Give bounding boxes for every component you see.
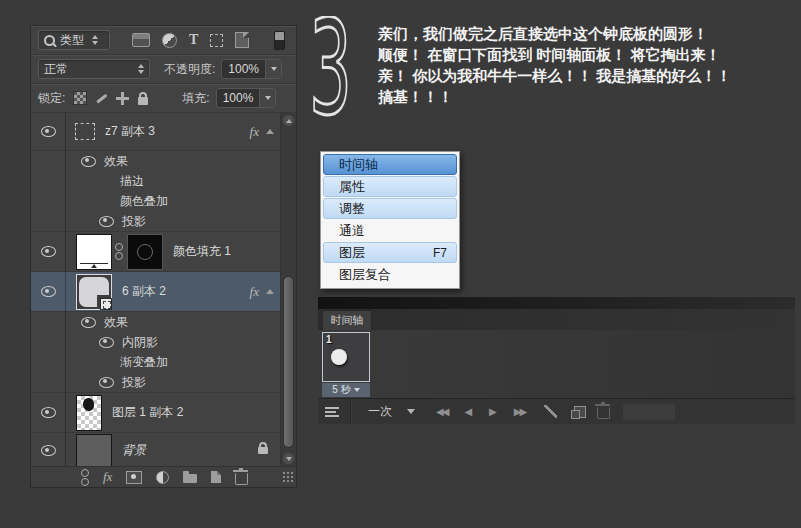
menu-item-layers[interactable]: 图层 F7 [323, 242, 457, 263]
frame-thumbnail[interactable]: 1 [322, 332, 370, 382]
loop-count-dropdown[interactable]: 一次 [368, 403, 392, 420]
add-adjustment-layer-icon[interactable] [156, 471, 169, 484]
opacity-field[interactable]: 100% [221, 59, 282, 79]
previous-frame-button[interactable]: ◀ [464, 407, 472, 417]
menu-item-adjustments[interactable]: 调整 [323, 198, 457, 219]
menu-item-channels[interactable]: 通道 [323, 220, 457, 241]
delete-frame-icon[interactable] [597, 407, 610, 419]
eye-icon[interactable] [99, 216, 114, 227]
scroll-down-button[interactable] [283, 453, 294, 464]
tab-timeline[interactable]: 时间轴 [322, 310, 372, 330]
layer-thumbnail[interactable] [76, 434, 112, 466]
blend-mode-dropdown[interactable]: 正常 [38, 59, 150, 79]
layers-scrollbar[interactable] [280, 113, 296, 466]
visibility-toggle[interactable] [31, 433, 65, 466]
effect-label: 投影 [122, 213, 146, 230]
eye-icon [41, 407, 56, 418]
duplicate-frame-icon[interactable] [574, 406, 586, 418]
first-frame-button[interactable]: ◀◀ [436, 407, 447, 417]
lock-transparent-pixels-icon[interactable] [73, 91, 87, 105]
lock-fill-row: 锁定: 填充: 100% [31, 84, 296, 113]
add-layer-mask-icon[interactable] [126, 471, 142, 484]
filter-adjustment-layers-icon[interactable] [162, 33, 177, 48]
visibility-toggle[interactable] [31, 272, 65, 311]
fill-dropdown-button[interactable] [259, 89, 275, 107]
locked-icon [258, 447, 268, 454]
menu-item-layer-comps[interactable]: 图层复合 [323, 264, 457, 285]
visibility-toggle[interactable] [31, 113, 65, 150]
add-layer-style-icon[interactable]: fx [103, 472, 112, 482]
scrollbar-thumb[interactable] [283, 276, 294, 448]
filter-type-layers-icon[interactable]: T [189, 32, 198, 48]
updown-arrows-icon [138, 64, 144, 74]
layer-row-z7-copy-3[interactable]: z7 副本 3 fx [31, 113, 296, 151]
tween-frames-icon[interactable] [544, 405, 557, 418]
menu-item-label: 图层 [339, 244, 365, 262]
effect-row-color-overlay[interactable]: 颜色叠加 [31, 191, 296, 211]
effect-row-stroke[interactable]: 描边 [31, 171, 296, 191]
play-button[interactable]: ▶ [489, 407, 497, 417]
window-menu: 时间轴 属性 调整 通道 图层 F7 图层复合 [320, 151, 460, 289]
eye-icon[interactable] [81, 317, 96, 328]
effect-row-drop-shadow[interactable]: 投影 [31, 211, 296, 231]
lock-all-icon[interactable] [138, 97, 148, 105]
fill-field[interactable]: 100% [216, 88, 277, 108]
collapse-effects-icon[interactable] [266, 129, 274, 134]
next-frame-button[interactable]: ▶▶ [514, 407, 525, 417]
layer-row-6-copy-2-selected[interactable]: 6 副本 2 fx [31, 272, 296, 312]
chevron-down-icon[interactable] [407, 409, 415, 414]
scroll-up-button[interactable] [283, 115, 294, 126]
opacity-dropdown-button[interactable] [265, 60, 281, 78]
layer-thumbnail[interactable] [76, 274, 112, 310]
mask-link-icon[interactable] [115, 243, 123, 260]
visibility-toggle[interactable] [31, 393, 65, 432]
timeline-top-strip [318, 297, 795, 309]
frame-content-circle [331, 349, 347, 365]
panel-resize-grip[interactable] [282, 471, 294, 483]
effects-header-row[interactable]: 效果 [31, 312, 296, 332]
eye-icon[interactable] [99, 377, 114, 388]
layer-row-background[interactable]: 背景 [31, 433, 296, 466]
layer-mask-thumbnail[interactable] [127, 234, 163, 270]
effect-label: 颜色叠加 [120, 193, 168, 210]
layer-row-layer-1-copy-2[interactable]: 图层 1 副本 2 [31, 393, 296, 433]
menu-item-timeline[interactable]: 时间轴 [323, 154, 457, 175]
collapse-effects-icon[interactable] [266, 289, 274, 294]
animation-frame-1[interactable]: 1 5 秒 [322, 332, 372, 397]
lock-position-icon[interactable] [116, 92, 129, 105]
menu-item-properties[interactable]: 属性 [323, 176, 457, 197]
new-layer-icon[interactable] [211, 471, 221, 483]
tutorial-text: 亲们，我们做完之后直接选中这个钟底板的圆形！ 顺便！ 在窗口下面找到 时间轴面板… [378, 23, 796, 107]
updown-arrows-icon [92, 35, 98, 45]
fill-label: 填充: [182, 90, 209, 107]
eye-icon[interactable] [99, 337, 114, 348]
timeline-frames-area: 1 5 秒 [318, 330, 795, 398]
layer-filter-dropdown[interactable]: 类型 [38, 30, 110, 50]
eye-icon[interactable] [81, 156, 96, 167]
effect-row-gradient-overlay[interactable]: 渐变叠加 [31, 352, 296, 372]
visibility-toggle[interactable] [31, 232, 65, 271]
filter-smart-objects-icon[interactable] [235, 32, 249, 48]
menu-item-label: 通道 [339, 222, 365, 240]
fx-badge: fx [250, 284, 259, 300]
effects-header-row[interactable]: 效果 [31, 151, 296, 171]
layer-name: 6 副本 2 [122, 283, 166, 300]
effect-row-inner-shadow[interactable]: 内阴影 [31, 332, 296, 352]
layers-panel: 类型 T 正常 不透明度: 100% 锁定: 填充: 100% [30, 25, 297, 488]
effect-row-drop-shadow[interactable]: 投影 [31, 372, 296, 392]
new-group-icon[interactable] [183, 474, 197, 483]
delete-layer-icon[interactable] [235, 473, 248, 485]
layer-thumbnail[interactable] [75, 123, 95, 140]
filter-shape-layers-icon[interactable] [210, 34, 223, 47]
tutorial-line: 亲们，我们做完之后直接选中这个钟底板的圆形！ [378, 23, 796, 44]
convert-to-video-timeline-icon[interactable] [325, 407, 339, 417]
fill-layer-thumbnail[interactable] [76, 234, 112, 270]
layer-thumbnail[interactable] [76, 395, 102, 431]
layer-filtering-switch-icon[interactable] [274, 31, 285, 50]
filter-pixel-layers-icon[interactable] [132, 33, 150, 47]
lock-image-pixels-icon[interactable] [95, 92, 108, 105]
layer-row-color-fill-1[interactable]: 颜色填充 1 [31, 232, 296, 272]
step-number: 3 [306, 16, 368, 130]
link-layers-icon[interactable] [81, 469, 89, 486]
frame-duration-dropdown[interactable]: 5 秒 [322, 383, 370, 397]
